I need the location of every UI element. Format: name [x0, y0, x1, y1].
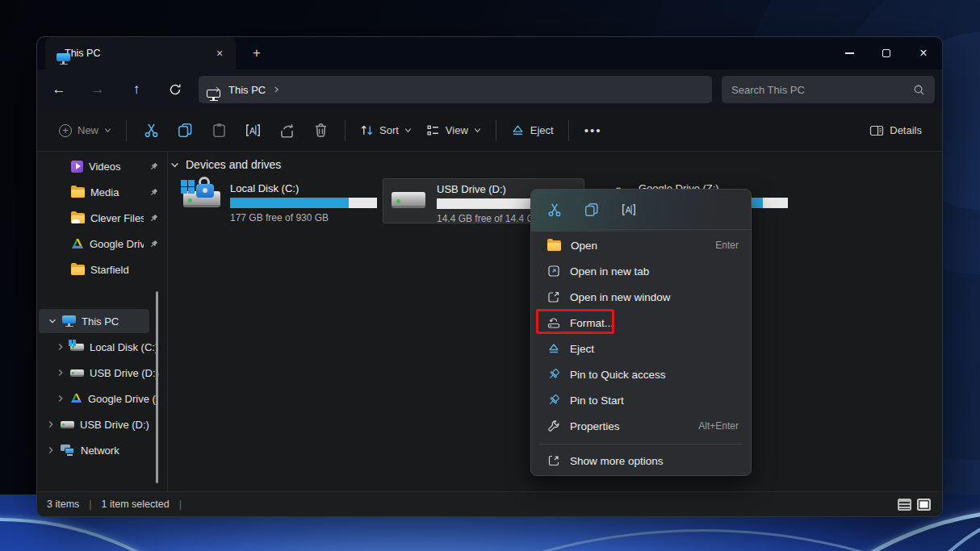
sidebar-item-local-disk-c[interactable]: Local Disk (C:) [37, 335, 166, 359]
format-highlight-box [536, 309, 614, 334]
toolbar-divider [568, 120, 569, 141]
pin-icon [149, 162, 158, 171]
chevron-right-icon[interactable] [47, 446, 55, 454]
menu-item-open-new-tab[interactable]: Open in new tab [535, 258, 748, 284]
menu-item-eject[interactable]: Eject [535, 336, 748, 361]
navigation-row: ← → ↑ This PC Search This PC [37, 69, 942, 110]
chevron-right-icon[interactable] [47, 420, 55, 428]
file-explorer-window: This PC × + × ← → ↑ This PC Search This … [36, 36, 943, 517]
minimize-button[interactable] [831, 37, 868, 69]
sidebar-item-usb-drive-d-2[interactable]: USB Drive (D:) [37, 412, 166, 436]
close-button[interactable]: × [905, 37, 942, 69]
tab-this-pc[interactable]: This PC × [45, 37, 236, 69]
rename-icon: A [245, 123, 261, 138]
view-icon [426, 123, 440, 137]
explorer-body: Videos Media Clever Files Google Drive S [37, 152, 942, 491]
section-devices-and-drives[interactable]: Devices and drives [170, 158, 281, 171]
menu-item-open-new-window[interactable]: Open in new window [535, 284, 748, 310]
toolbar-divider [345, 120, 346, 141]
rename-icon: A [622, 202, 636, 217]
maximize-icon [882, 49, 890, 57]
drive-tile-local-disk-c[interactable]: Local Disk (C:) 177 GB free of 930 GB [177, 178, 380, 223]
sidebar-item-media[interactable]: Media [37, 180, 166, 204]
status-divider: | [179, 499, 182, 510]
cut-icon [547, 202, 562, 217]
chevron-right-icon[interactable] [57, 369, 65, 377]
sidebar-item-videos[interactable]: Videos [37, 154, 166, 178]
open-new-tab-icon [547, 265, 560, 278]
bitlocker-unlocked-icon [196, 177, 214, 199]
share-icon [279, 123, 295, 138]
details-label: Details [890, 124, 922, 136]
local-disk-icon [183, 186, 225, 223]
sidebar-item-clever-files[interactable]: Clever Files [37, 206, 166, 230]
chevron-right-icon[interactable] [57, 343, 65, 351]
google-drive-icon [71, 238, 84, 250]
refresh-button[interactable] [161, 76, 189, 103]
cut-button[interactable] [542, 198, 567, 222]
shortcut-hint: Alt+Enter [698, 420, 739, 432]
breadcrumb-chevron-icon[interactable] [273, 86, 280, 94]
share-button[interactable] [271, 116, 302, 145]
view-button[interactable]: View [419, 116, 488, 145]
menu-item-show-more-options[interactable]: Show more options [535, 448, 748, 474]
pin-icon [149, 240, 158, 248]
chevron-right-icon[interactable] [57, 394, 65, 403]
search-icon [913, 84, 925, 96]
sort-button[interactable]: Sort [353, 116, 419, 145]
sidebar-item-google-drive[interactable]: Google Drive [37, 232, 166, 256]
sidebar-item-this-pc[interactable]: This PC [37, 309, 166, 333]
drive-free-space: 177 GB free of 930 GB [230, 212, 377, 223]
sidebar-item-network[interactable]: Network [37, 438, 166, 462]
search-box[interactable]: Search This PC [722, 76, 935, 103]
pin-icon [149, 188, 158, 197]
forward-button[interactable]: → [84, 76, 111, 103]
folder-cloud-icon [71, 213, 85, 223]
sidebar-item-usb-drive-d[interactable]: USB Drive (D:) [37, 361, 166, 385]
tab-close-icon[interactable]: × [211, 45, 228, 61]
section-header-label: Devices and drives [186, 158, 281, 171]
usb-drive-icon [70, 369, 84, 377]
back-button[interactable]: ← [45, 76, 73, 103]
new-button[interactable]: + New [52, 116, 119, 145]
menu-item-open[interactable]: Open Enter [535, 232, 748, 258]
details-pane-button[interactable]: Details [862, 116, 929, 145]
paste-icon [211, 123, 227, 138]
open-new-window-icon [547, 290, 560, 303]
copy-icon [178, 123, 193, 138]
see-more-button[interactable]: ••• [578, 116, 609, 145]
details-pane-icon [869, 124, 884, 137]
pin-icon [547, 394, 560, 407]
delete-button[interactable] [305, 116, 336, 145]
capacity-bar-fill [230, 198, 349, 208]
maximize-button[interactable] [868, 37, 905, 69]
breadcrumb-this-pc[interactable]: This PC [228, 84, 266, 96]
sidebar-item-starfield[interactable]: Starfield [37, 257, 166, 282]
menu-item-pin-quick-access[interactable]: Pin to Quick access [535, 361, 748, 387]
sidebar-scrollbar[interactable] [156, 291, 158, 483]
toolbar-divider [496, 120, 496, 141]
sidebar-item-google-drive-z[interactable]: Google Drive ( [37, 386, 166, 411]
selection-count: 1 item selected [102, 499, 170, 510]
menu-item-properties[interactable]: Properties Alt+Enter [535, 413, 748, 439]
toolbar-divider [126, 120, 127, 141]
new-tab-button[interactable]: + [247, 44, 266, 63]
address-bar[interactable]: This PC [199, 76, 712, 103]
videos-icon [71, 161, 83, 173]
details-view-toggle-icon[interactable] [898, 499, 911, 511]
rename-button[interactable]: A [617, 198, 641, 222]
copy-button[interactable] [170, 116, 200, 145]
up-button[interactable]: ↑ [123, 76, 150, 103]
large-thumbnails-view-toggle-icon[interactable] [917, 499, 931, 511]
eject-button[interactable]: Eject [504, 116, 561, 145]
trash-icon [313, 123, 329, 138]
menu-item-pin-to-start[interactable]: Pin to Start [535, 387, 748, 413]
view-label: View [446, 124, 468, 136]
paste-button[interactable] [203, 116, 234, 145]
chevron-down-icon[interactable] [48, 317, 57, 325]
chevron-down-icon [404, 127, 412, 134]
copy-button[interactable] [580, 198, 604, 222]
wrench-icon [547, 420, 560, 432]
rename-button[interactable]: A [237, 116, 268, 145]
cut-button[interactable] [136, 116, 166, 145]
